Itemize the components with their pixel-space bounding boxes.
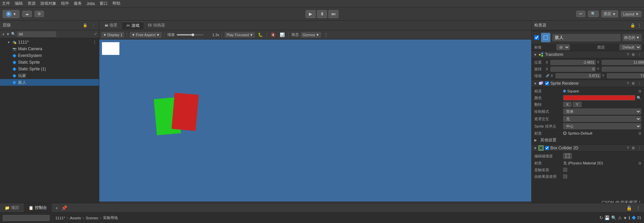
material-pick-icon[interactable]: ⊙ xyxy=(638,131,641,136)
color-swatch[interactable] xyxy=(563,95,635,100)
stats-button[interactable]: 📊 xyxy=(279,32,286,38)
step-button[interactable]: ⏭ xyxy=(328,10,338,18)
hierarchy-more-icon[interactable]: ⋮ xyxy=(91,23,96,28)
tag-select[interactable]: dr xyxy=(556,44,570,50)
sprite-renderer-checkbox[interactable] xyxy=(545,81,549,85)
breadcrumb-level[interactable]: 实验用地 xyxy=(103,215,118,220)
bc-settings-icon[interactable]: ⚙ xyxy=(631,146,636,150)
menu-help[interactable]: 帮助 xyxy=(112,1,120,6)
object-name-field[interactable]: 敌人 xyxy=(552,34,621,41)
scale-y-input[interactable] xyxy=(607,73,644,78)
settings-button[interactable]: ⚙ xyxy=(35,11,44,17)
box-collider-checkbox[interactable] xyxy=(545,146,549,150)
tree-item-root[interactable]: ▼ 🎭 1111* ⋮ xyxy=(0,39,99,46)
edit-collider-button[interactable] xyxy=(563,153,572,159)
bottom-refresh-icon[interactable]: ↻ xyxy=(599,215,603,220)
sprite-sort-select[interactable]: 中心 xyxy=(563,123,641,129)
gizmos-more-button[interactable]: ⋮ xyxy=(323,32,329,38)
transform-more-icon[interactable]: ⋮ xyxy=(637,53,642,57)
bottom-lock-icon[interactable]: 🔒 xyxy=(626,205,633,211)
tree-item-staticsprite1[interactable]: 🔷 Static Sprite (1) xyxy=(0,66,99,72)
bc-more-icon[interactable]: ⋮ xyxy=(637,146,642,150)
pause-button[interactable]: ⏸ xyxy=(317,10,327,18)
bottom-info-icon[interactable]: ℹ xyxy=(629,215,630,220)
hierarchy-expand-icon[interactable]: ⤢ xyxy=(94,32,97,36)
static-dropdown[interactable]: 静态的 ▼ xyxy=(623,34,641,41)
cloud-button[interactable]: ☁ xyxy=(22,11,32,17)
menu-services[interactable]: 服务 xyxy=(74,1,82,6)
sr-help-button[interactable]: ? xyxy=(626,81,630,86)
scale-lock-icon[interactable]: 🔗 xyxy=(546,74,549,77)
eyedropper-icon[interactable]: 🔍 xyxy=(637,96,641,100)
menu-file[interactable]: 文件 xyxy=(2,1,10,6)
menu-window[interactable]: 窗口 xyxy=(100,1,108,6)
play-focused-dropdown[interactable]: Play Focused ▼ xyxy=(225,32,255,38)
sr-settings-icon[interactable]: ⚙ xyxy=(631,81,636,86)
search-button[interactable]: 🔍 xyxy=(588,11,599,17)
flip-y-button[interactable]: Y xyxy=(573,102,581,107)
bug-icon-button[interactable]: 🐛 xyxy=(257,32,264,38)
object-active-checkbox[interactable] xyxy=(534,35,539,40)
bottom-search-input[interactable] xyxy=(3,215,50,221)
bottom-alert-icon[interactable]: ⚠ xyxy=(618,215,622,220)
menu-assets[interactable]: 资源 xyxy=(28,1,36,6)
bottom-pin-icon[interactable]: 📌 xyxy=(61,205,68,211)
bc-help-button[interactable]: ? xyxy=(626,146,630,150)
menu-gameobject[interactable]: 游戏对象 xyxy=(40,1,56,6)
tree-item-player[interactable]: 🔷 玩家 xyxy=(0,72,99,79)
mask-select[interactable]: 无 xyxy=(563,116,641,122)
inspector-more-icon[interactable]: ⋮ xyxy=(637,23,641,28)
bc-material-pick-icon[interactable]: ⊙ xyxy=(638,161,641,165)
hierarchy-lock-icon[interactable]: 🔒 xyxy=(82,23,89,28)
bc-trigger-checkbox[interactable] xyxy=(563,168,567,172)
layers-dropdown[interactable]: 图层 ▼ xyxy=(601,10,618,17)
root-context-icon[interactable]: ⋮ xyxy=(92,40,99,45)
rot-x-input[interactable] xyxy=(550,67,596,72)
bottom-add-button[interactable]: + xyxy=(55,205,59,211)
menu-component[interactable]: 组件 xyxy=(61,1,69,6)
play-button[interactable]: ▶ xyxy=(306,10,316,18)
draw-mode-select[interactable]: 简单 xyxy=(563,108,641,115)
transform-help-button[interactable]: ? xyxy=(626,53,630,57)
gizmos-dropdown[interactable]: Gizmos ▼ xyxy=(301,32,321,38)
bottom-save-icon[interactable]: 💾 xyxy=(604,215,610,220)
inspector-lock-icon[interactable]: 🔒 xyxy=(630,23,635,28)
breadcrumb-assets[interactable]: Assets xyxy=(70,216,81,220)
transform-header[interactable]: ▼ Transform ? ⚙ ⋮ xyxy=(532,51,644,58)
tab-animator[interactable]: 🎞 动画器 xyxy=(144,22,169,29)
layer-select[interactable]: Default xyxy=(620,44,641,50)
layout-dropdown[interactable]: Layout ▼ xyxy=(621,11,641,17)
menu-jobs[interactable]: Jobs xyxy=(87,1,95,6)
bottom-more-icon[interactable]: ⋮ xyxy=(635,205,641,211)
flip-x-button[interactable]: X xyxy=(563,102,572,107)
transform-settings-icon[interactable]: ⚙ xyxy=(631,53,636,57)
menu-edit[interactable]: 编辑 xyxy=(15,1,23,6)
mute-button[interactable]: 🔇 xyxy=(270,32,277,38)
hierarchy-search-input[interactable] xyxy=(17,31,56,37)
tab-scene[interactable]: 🏔 场景 xyxy=(101,22,121,29)
account-button[interactable]: 朱 ▼ xyxy=(3,10,19,18)
tree-item-maincamera[interactable]: 📷 Main Camera xyxy=(0,46,99,52)
bottom-search-icon[interactable]: 🔍 xyxy=(611,215,616,220)
history-button[interactable]: ↩ xyxy=(576,11,585,17)
rot-y-input[interactable] xyxy=(602,67,644,72)
sprite-renderer-header[interactable]: ▼ Sprite Renderer ? ⚙ ⋮ xyxy=(532,80,644,87)
bc-effector-checkbox[interactable] xyxy=(563,174,567,178)
tree-item-enemy[interactable]: 🔷 敌人 xyxy=(0,79,99,86)
sr-more-icon[interactable]: ⋮ xyxy=(637,81,642,86)
breadcrumb-favorites[interactable]: 1111* xyxy=(55,216,65,220)
bottom-star-icon[interactable]: ★ xyxy=(623,215,627,220)
display-dropdown[interactable]: ▼ Display 1 xyxy=(101,32,124,38)
add-hierarchy-button[interactable]: + xyxy=(2,31,5,37)
tree-item-staticsprite[interactable]: 🔷 Static Sprite xyxy=(0,59,99,66)
box-collider-header[interactable]: ▼ Box Collider 2D ? ⚙ ⋮ xyxy=(532,144,644,152)
other-settings-row[interactable]: ▶ 其他设置 xyxy=(532,137,644,144)
scale-x-input[interactable] xyxy=(555,73,601,78)
tab-game[interactable]: 🎮 游戏 xyxy=(122,22,144,29)
sprite-pick-icon[interactable]: ⊙ xyxy=(638,89,641,93)
pos-y-input[interactable]: 11.6593 xyxy=(602,60,644,65)
project-tab[interactable]: 📁 项目 xyxy=(0,203,24,212)
scale-slider[interactable] xyxy=(177,34,204,35)
tree-item-eventsystem[interactable]: 🔷 EventSystem xyxy=(0,52,99,59)
pos-x-input[interactable]: -2.4831 xyxy=(550,60,596,65)
